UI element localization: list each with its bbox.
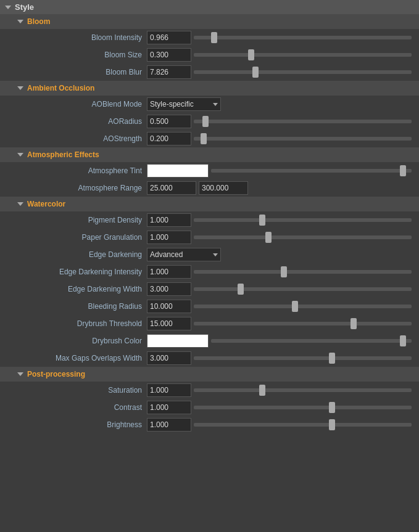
watercolor-header[interactable]: Watercolor xyxy=(0,197,419,211)
bloom-header[interactable]: Bloom xyxy=(0,14,419,29)
aoradius-row: AORadius 0.500 xyxy=(0,113,419,130)
granulation-value[interactable]: 1.000 xyxy=(147,231,191,244)
saturation-thumb[interactable] xyxy=(259,385,265,396)
bleeding-value[interactable]: 10.000 xyxy=(147,300,191,313)
aoradius-value[interactable]: 0.500 xyxy=(147,115,191,128)
atmosphere-tint-row: Atmosphere Tint xyxy=(0,162,419,179)
brightness-slider[interactable] xyxy=(191,418,414,432)
aoblend-dropdown-arrow xyxy=(213,103,218,106)
atmosphere-tint-swatch[interactable] xyxy=(147,164,209,178)
brightness-thumb[interactable] xyxy=(329,419,335,430)
atmosphere-range-row: Atmosphere Range 25.000 300.000 xyxy=(0,179,419,197)
darkening-width-slider[interactable] xyxy=(191,282,414,296)
bloom-blur-thumb[interactable] xyxy=(252,67,259,78)
ambient-label: Ambient Occlusion xyxy=(27,84,94,92)
darkening-width-value[interactable]: 3.000 xyxy=(147,282,191,296)
atmosphere-range-min[interactable]: 25.000 xyxy=(147,181,196,195)
bleeding-slider[interactable] xyxy=(191,300,414,313)
bloom-intensity-value[interactable]: 0.966 xyxy=(147,31,191,44)
brightness-row: Brightness 1.000 xyxy=(0,416,419,433)
aoblend-dropdown[interactable]: Style-specific xyxy=(147,97,221,111)
darkening-intensity-slider[interactable] xyxy=(191,265,414,279)
style-title: Style xyxy=(15,2,34,12)
aostrength-slider[interactable] xyxy=(191,132,414,145)
atmosphere-range-max[interactable]: 300.000 xyxy=(199,181,248,195)
pigment-value[interactable]: 1.000 xyxy=(147,213,191,227)
bloom-arrow xyxy=(17,20,23,23)
bloom-size-label: Bloom Size xyxy=(5,51,147,59)
contrast-thumb[interactable] xyxy=(329,402,335,413)
drybrush-threshold-thumb[interactable] xyxy=(351,318,357,329)
atmosphere-tint-label: Atmosphere Tint xyxy=(5,166,147,175)
bloom-size-row: Bloom Size 0.300 xyxy=(0,46,419,63)
gaps-label: Max Gaps Overlaps Width xyxy=(5,354,147,362)
drybrush-color-row: Drybrush Color xyxy=(0,332,419,350)
postprocessing-header[interactable]: Post-processing xyxy=(0,367,419,382)
drybrush-threshold-value[interactable]: 15.000 xyxy=(147,317,191,330)
bleeding-thumb[interactable] xyxy=(292,301,298,312)
contrast-value[interactable]: 1.000 xyxy=(147,401,191,414)
drybrush-color-thumb[interactable] xyxy=(400,335,406,346)
ambient-arrow xyxy=(17,86,23,90)
pigment-slider[interactable] xyxy=(191,213,414,227)
edge-darkening-dropdown[interactable]: Advanced xyxy=(147,248,221,261)
drybrush-color-slider[interactable] xyxy=(209,334,414,348)
contrast-slider[interactable] xyxy=(191,401,414,414)
atmospheric-arrow xyxy=(17,153,23,157)
darkening-intensity-label: Edge Darkening Intensity xyxy=(5,268,147,276)
atmosphere-tint-thumb[interactable] xyxy=(400,165,406,176)
atmospheric-header[interactable]: Atmospheric Effects xyxy=(0,147,419,162)
bloom-size-slider[interactable] xyxy=(191,48,414,62)
granulation-row: Paper Granulation 1.000 xyxy=(0,229,419,246)
gaps-value[interactable]: 3.000 xyxy=(147,351,191,365)
edge-darkening-arrow xyxy=(213,253,218,256)
bloom-blur-label: Bloom Blur xyxy=(5,68,147,76)
watercolor-arrow xyxy=(17,202,23,206)
pigment-row: Pigment Density 1.000 xyxy=(0,211,419,229)
darkening-width-label: Edge Darkening Width xyxy=(5,285,147,293)
atmosphere-tint-slider[interactable] xyxy=(209,164,414,178)
gaps-thumb[interactable] xyxy=(329,353,335,364)
drybrush-threshold-slider[interactable] xyxy=(191,317,414,330)
pigment-thumb[interactable] xyxy=(259,215,265,226)
bloom-intensity-slider[interactable] xyxy=(191,31,414,44)
saturation-label: Saturation xyxy=(5,386,147,395)
aoblend-value: Style-specific xyxy=(150,100,194,108)
drybrush-color-swatch[interactable] xyxy=(147,334,209,348)
granulation-slider[interactable] xyxy=(191,231,414,244)
bloom-size-thumb[interactable] xyxy=(248,49,254,60)
aoradius-slider[interactable] xyxy=(191,115,414,128)
aoradius-thumb[interactable] xyxy=(202,116,209,127)
bloom-blur-slider[interactable] xyxy=(191,65,414,79)
aoradius-label: AORadius xyxy=(5,117,147,126)
style-collapse-arrow[interactable] xyxy=(5,6,11,9)
postprocessing-label: Post-processing xyxy=(27,370,85,379)
darkening-width-thumb[interactable] xyxy=(238,284,244,295)
darkening-width-row: Edge Darkening Width 3.000 xyxy=(0,280,419,298)
contrast-row: Contrast 1.000 xyxy=(0,399,419,416)
darkening-intensity-row: Edge Darkening Intensity 1.000 xyxy=(0,263,419,280)
granulation-thumb[interactable] xyxy=(265,232,272,243)
bloom-blur-row: Bloom Blur 7.826 xyxy=(0,63,419,81)
style-header: Style xyxy=(0,0,419,14)
gaps-slider[interactable] xyxy=(191,351,414,365)
bloom-blur-value[interactable]: 7.826 xyxy=(147,65,191,79)
ambient-header[interactable]: Ambient Occlusion xyxy=(0,81,419,96)
atmosphere-range-label: Atmosphere Range xyxy=(5,184,147,192)
aostrength-thumb[interactable] xyxy=(201,133,207,144)
darkening-intensity-value[interactable]: 1.000 xyxy=(147,265,191,279)
brightness-value[interactable]: 1.000 xyxy=(147,418,191,432)
bloom-size-value[interactable]: 0.300 xyxy=(147,48,191,62)
aostrength-row: AOStrength 0.200 xyxy=(0,130,419,147)
saturation-slider[interactable] xyxy=(191,383,414,397)
darkening-intensity-thumb[interactable] xyxy=(281,266,287,277)
aostrength-value[interactable]: 0.200 xyxy=(147,132,191,145)
style-panel: Style Bloom Bloom Intensity 0.966 Bloom … xyxy=(0,0,419,433)
watercolor-label: Watercolor xyxy=(27,200,65,208)
brightness-label: Brightness xyxy=(5,420,147,429)
bleeding-label: Bleeding Radius xyxy=(5,302,147,311)
saturation-value[interactable]: 1.000 xyxy=(147,383,191,397)
bloom-intensity-thumb[interactable] xyxy=(211,32,217,43)
bloom-intensity-row: Bloom Intensity 0.966 xyxy=(0,29,419,46)
bleeding-row: Bleeding Radius 10.000 xyxy=(0,298,419,315)
